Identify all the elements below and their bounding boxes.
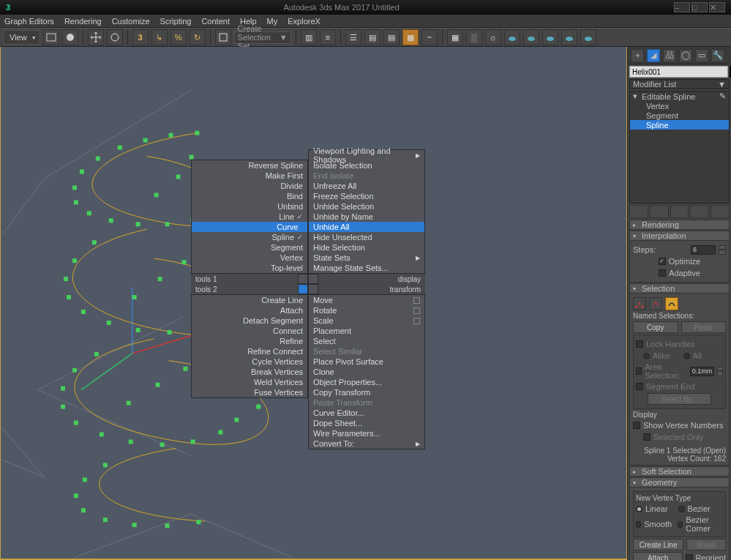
edit-named-sel-button[interactable] [215,29,231,45]
q-end-isolate[interactable]: End Isolate [309,171,424,181]
q-hide-unselected[interactable]: Hide Unselected [309,232,424,242]
teapot1-button[interactable] [504,29,520,45]
render-button[interactable] [62,29,78,45]
q-spline[interactable]: Spline✓ [192,232,307,242]
adaptive-checkbox[interactable] [659,269,666,277]
q-unhide-by-name[interactable]: Unhide by Name [309,212,424,222]
q-place-pivot[interactable]: Place Pivot Surface [309,356,424,367]
q-hide-selection[interactable]: Hide Selection [309,242,424,253]
stack-root[interactable]: Editable Spline [642,92,695,101]
close-button[interactable]: ✕ [709,2,725,12]
q-curve-editor[interactable]: Curve Editor... [309,408,424,418]
q-refine[interactable]: Refine [192,336,307,346]
menu-graph-editors[interactable]: Graph Editors [4,17,54,26]
q-move[interactable]: Move [309,295,424,305]
q-vertex[interactable]: Vertex [192,253,307,263]
attach-button[interactable]: Attach [633,552,683,560]
snap-angle-button[interactable]: 3 [132,29,149,45]
q-clone[interactable]: Clone [309,367,424,377]
subobj-segment[interactable] [649,297,662,310]
q-rotate[interactable]: Rotate [309,305,424,316]
q-object-properties[interactable]: Object Properties... [309,377,424,387]
show-vertex-numbers-checkbox[interactable] [633,422,640,429]
stack-vertex[interactable]: Vertex [646,102,669,111]
scene-explorer-button[interactable]: ▤ [364,29,381,45]
steps-spin[interactable] [719,245,726,255]
q-detach-segment[interactable]: Detach Segment [192,316,307,326]
subobj-spline[interactable] [665,297,678,310]
tab-utilities[interactable]: 🔧 [711,49,724,62]
break-button[interactable]: Break [686,539,726,550]
q-scale[interactable]: Scale [309,316,424,326]
q-unfreeze-all[interactable]: Unfreeze All [309,181,424,191]
quick-render-button[interactable]: ☼ [485,29,501,45]
spinner-snap-button[interactable]: ↻ [190,29,206,45]
menu-scripting[interactable]: Scripting [160,17,192,26]
create-line-button[interactable]: Create Line [633,539,683,550]
unique-button[interactable] [670,205,689,218]
show-end-button[interactable] [650,205,669,218]
q-bind[interactable]: Bind [192,191,307,201]
q-convert-to[interactable]: Convert To:▶ [309,438,424,449]
teapot3-button[interactable] [542,29,558,45]
q-select[interactable]: Select [309,336,424,346]
q-unhide-selection[interactable]: Unhide Selection [309,201,424,212]
q-manage-state-sets[interactable]: Manage State Sets... [309,263,424,273]
schematic-view-button[interactable]: ▦ [402,29,419,45]
q-curve[interactable]: Curve [192,222,307,232]
rollout-interpolation[interactable]: ▾Interpolation [629,231,730,241]
tab-modify[interactable]: ◢ [647,49,660,62]
q-freeze-selection[interactable]: Freeze Selection [309,191,424,201]
stack-spline[interactable]: Spline [646,121,669,130]
q-connect[interactable]: Connect [192,326,307,336]
rollout-rendering[interactable]: ▸Rendering [629,220,730,230]
paste-sel-button[interactable]: Paste [681,321,727,333]
menu-rendering[interactable]: Rendering [64,17,102,26]
subobj-vertex[interactable] [633,297,646,310]
object-name-field[interactable] [629,66,728,78]
tab-create[interactable]: ＋ [631,49,644,62]
optimize-checkbox[interactable] [659,258,666,265]
remove-mod-button[interactable] [690,205,709,218]
q-cycle-vertices[interactable]: Cycle Vertices [192,356,307,367]
layer-explorer-button[interactable]: ☰ [345,29,361,45]
q-divide[interactable]: Divide [192,181,307,191]
q-line[interactable]: Line✓ [192,212,307,222]
stack-segment[interactable]: Segment [646,111,678,120]
q-reverse-spline[interactable]: Reverse Spline [192,160,307,171]
pin-stack-button[interactable] [629,205,648,218]
q-placement[interactable]: Placement [309,326,424,336]
q-paste-transform[interactable]: Paste Transform [309,397,424,408]
teapot2-button[interactable] [523,29,539,45]
configure-sets-button[interactable] [711,205,730,218]
reorient-checkbox[interactable] [686,554,693,560]
render-setup2-button[interactable]: ▦ [447,29,463,45]
rotate-tool[interactable] [107,29,123,45]
menu-explorex[interactable]: ExploreX [288,17,320,26]
modifier-list-dropdown[interactable]: Modifier List▼ [629,79,730,89]
q-break-vertices[interactable]: Break Vertices [192,367,307,377]
q-wire-parameters[interactable]: Wire Parameters... [309,428,424,438]
menu-customize[interactable]: Customize [112,17,150,26]
snap-percent-button[interactable]: ↳ [151,29,168,45]
maximize-button[interactable]: □ [691,2,708,12]
q-toplevel[interactable]: Top-level [192,263,307,273]
rollout-geometry[interactable]: ▾Geometry [629,477,730,488]
q-dope-sheet[interactable]: Dope Sheet... [309,418,424,428]
q-fuse-vertices[interactable]: Fuse Vertices [192,387,307,397]
bezier-radio[interactable] [678,506,685,512]
q-unhide-all[interactable]: Unhide All [309,222,424,232]
q-create-line[interactable]: Create Line [192,295,307,305]
rollout-selection[interactable]: ▾Selection [629,283,730,294]
view-dropdown[interactable]: View▼ [3,30,40,45]
bcorner-radio[interactable] [678,521,683,528]
render-setup-button[interactable] [43,29,59,45]
snap-toggle-button[interactable]: % [170,29,187,45]
selection-set-dropdown[interactable]: Create Selection Set▼ [234,31,291,44]
q-refine-connect[interactable]: Refine Connect [192,346,307,356]
minimize-button[interactable]: – [674,2,690,12]
q-make-first[interactable]: Make First [192,171,307,181]
tab-hierarchy[interactable]: 品 [663,49,676,62]
q-segment[interactable]: Segment [192,242,307,253]
teapot4-button[interactable] [561,29,577,45]
